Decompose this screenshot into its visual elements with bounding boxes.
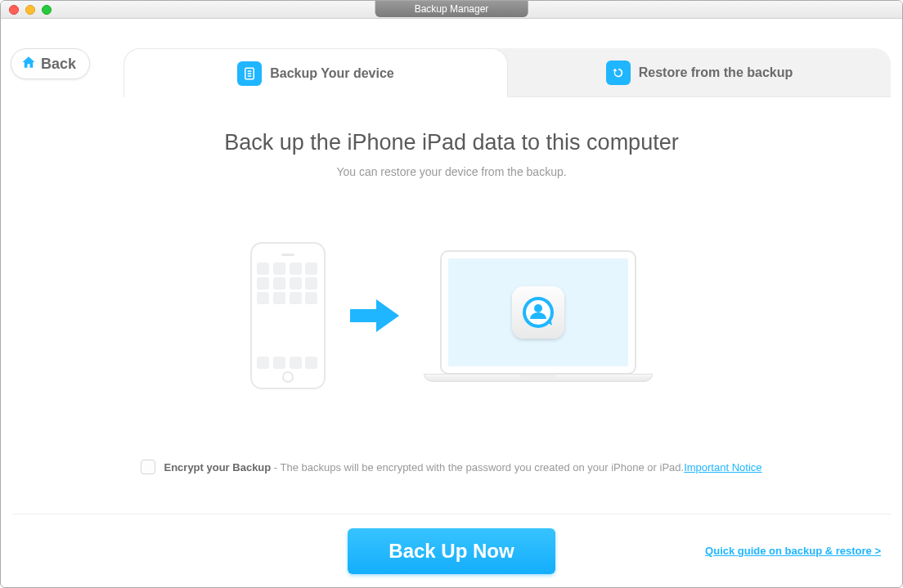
- tab-row: Backup Your device Restore from the back…: [124, 48, 891, 97]
- arrow-right-icon: [350, 298, 399, 334]
- important-notice-link[interactable]: Important Notice: [684, 461, 761, 474]
- restore-icon: [606, 61, 631, 85]
- traffic-lights: [1, 5, 52, 15]
- back-button[interactable]: Back: [11, 48, 90, 79]
- main-content: Back up the iPhone iPad data to this com…: [1, 84, 902, 474]
- tab-restore-label: Restore from the backup: [639, 65, 793, 80]
- illustration: [1, 242, 902, 389]
- laptop-icon: [424, 250, 653, 382]
- tab-backup[interactable]: Backup Your device: [124, 48, 508, 97]
- window-title: Backup Manager: [375, 1, 528, 17]
- backup-now-button[interactable]: Back Up Now: [348, 528, 555, 574]
- quick-guide-link[interactable]: Quick guide on backup & restore >: [705, 545, 881, 557]
- footer: Back Up Now Quick guide on backup & rest…: [12, 514, 891, 587]
- close-window-button[interactable]: [9, 5, 19, 15]
- header-area: Back Backup Your device Restore from the…: [1, 19, 902, 84]
- encrypt-text: Encrypt your Backup - The backups will b…: [164, 461, 761, 474]
- encrypt-checkbox[interactable]: [141, 460, 155, 474]
- app-glyph-icon: [512, 286, 564, 339]
- minimize-window-button[interactable]: [25, 5, 35, 15]
- main-heading: Back up the iPhone iPad data to this com…: [1, 130, 902, 155]
- backup-icon: [237, 61, 262, 86]
- main-subtitle: You can restore your device from the bac…: [1, 165, 902, 178]
- encrypt-row: Encrypt your Backup - The backups will b…: [1, 460, 902, 474]
- encrypt-description: - The backups will be encrypted with the…: [271, 461, 684, 474]
- home-icon: [21, 55, 36, 74]
- maximize-window-button[interactable]: [42, 5, 52, 15]
- tab-restore[interactable]: Restore from the backup: [508, 48, 891, 97]
- phone-icon: [250, 242, 326, 389]
- back-button-label: Back: [41, 56, 76, 73]
- titlebar: Backup Manager: [1, 1, 902, 19]
- encrypt-bold-label: Encrypt your Backup: [164, 461, 271, 474]
- tab-backup-label: Backup Your device: [270, 66, 393, 81]
- svg-point-6: [534, 304, 542, 312]
